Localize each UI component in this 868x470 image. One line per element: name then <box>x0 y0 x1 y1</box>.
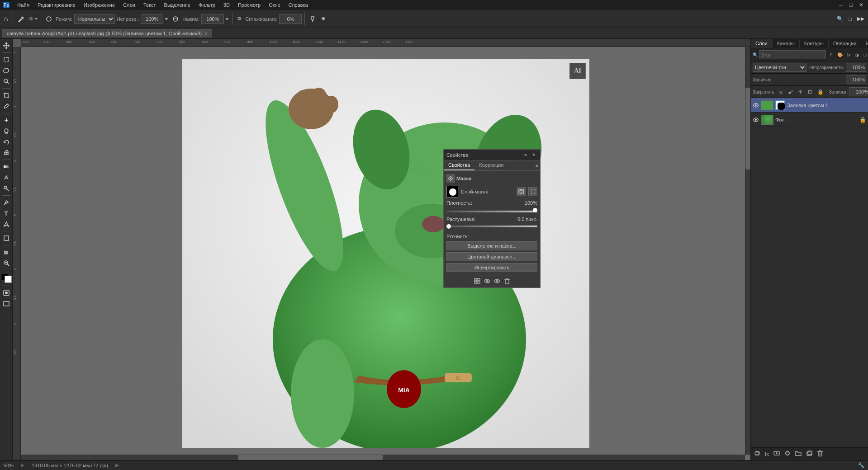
menu-help[interactable]: Справка <box>285 1 312 9</box>
layer-color-btn[interactable]: 🎨 <box>835 52 844 58</box>
symmetry-btn[interactable] <box>308 15 318 23</box>
menu-layers[interactable]: Слои <box>119 1 139 9</box>
tab-channels[interactable]: Каналы <box>773 39 800 48</box>
layer-mask-thumb[interactable] <box>775 100 785 110</box>
mode-select[interactable]: Нормальный <box>74 14 115 24</box>
smoothing-input[interactable] <box>279 14 302 24</box>
type-tool[interactable]: T <box>1 208 11 218</box>
new-layer-btn[interactable] <box>804 449 814 459</box>
history-brush-tool[interactable] <box>1 137 11 147</box>
panel-toggle-btn[interactable]: ▶▶ <box>855 15 866 23</box>
healing-tool[interactable] <box>1 115 11 125</box>
layer-item-bg[interactable]: Фон 🔒 <box>751 113 868 127</box>
lock-artboard-btn[interactable]: ⊞ <box>806 88 814 96</box>
add-mask-btn[interactable] <box>772 449 782 459</box>
brush-tool[interactable] <box>16 14 27 24</box>
props-delete-btn[interactable] <box>504 278 510 286</box>
mask-thumb-display[interactable] <box>446 186 458 197</box>
menu-filter[interactable]: Фильтр <box>195 1 219 9</box>
layers-search-input[interactable] <box>759 50 826 59</box>
opacity-input[interactable] <box>141 14 163 24</box>
brush-flow-toggle[interactable] <box>171 15 180 23</box>
brush-preset[interactable] <box>44 15 54 23</box>
dodge-tool[interactable] <box>1 183 11 193</box>
scroll-vertical[interactable] <box>745 47 750 455</box>
tab-actions[interactable]: Операции <box>829 39 861 48</box>
eyedropper-tool[interactable] <box>1 101 11 111</box>
new-layer-type-btn[interactable]: P <box>828 52 835 58</box>
quick-mask-btn[interactable] <box>1 288 11 298</box>
blend-mode-select[interactable]: Цветовой тон <box>753 63 806 72</box>
menu-text[interactable]: Текст <box>140 1 160 9</box>
add-vector-mask-btn[interactable] <box>517 187 526 196</box>
home-button[interactable]: ⌂ <box>2 14 10 24</box>
props-eye-slash-btn[interactable] <box>484 278 490 286</box>
lasso-tool[interactable] <box>1 66 11 75</box>
lock-paint-btn[interactable]: 🖌 <box>786 88 795 95</box>
props-tab-properties[interactable]: Свойства <box>444 160 474 170</box>
feather-slider[interactable] <box>446 224 537 229</box>
add-style-btn[interactable]: fx <box>763 450 771 458</box>
layer-item-fill[interactable]: Заливка цветом 1 <box>751 98 868 113</box>
eraser-tool[interactable] <box>1 148 11 158</box>
status-tools-btn[interactable]: 🔧 <box>858 462 864 468</box>
density-slider[interactable] <box>446 208 537 212</box>
hand-tool[interactable] <box>1 247 11 257</box>
link-layers-btn[interactable] <box>752 449 762 459</box>
pressure-input[interactable] <box>201 14 224 24</box>
stamp-tool[interactable] <box>1 126 11 136</box>
fg-bg-colors[interactable] <box>1 273 12 283</box>
layer-fx-btn[interactable]: fx <box>845 52 853 58</box>
menu-view[interactable]: Просмотр <box>234 1 264 9</box>
workspace-btn[interactable]: □ <box>847 15 854 23</box>
gradient-tool[interactable] <box>1 162 11 172</box>
search-btn-top[interactable]: 🔍 <box>835 15 845 23</box>
invert-btn[interactable]: Инвертировать <box>446 263 537 272</box>
path-select-tool[interactable] <box>1 219 11 229</box>
layer-mask-filter-btn[interactable]: □ <box>862 52 868 58</box>
props-grid-btn[interactable] <box>474 278 480 286</box>
pen-tool[interactable] <box>1 197 11 207</box>
mask-options-btn[interactable]: ⛶ <box>528 187 537 196</box>
lock-all-btn[interactable]: 🔒 <box>816 88 825 96</box>
props-dock-btn[interactable]: ⇥ <box>521 151 528 158</box>
selection-mask-btn[interactable]: Выделение и наска... <box>446 241 537 250</box>
lock-transparent-btn[interactable]: ⧈ <box>778 88 784 96</box>
layer-adj-btn[interactable]: ◑ <box>853 52 861 58</box>
props-tab-menu[interactable]: ≡ <box>534 160 540 170</box>
lock-position-btn[interactable]: ✛ <box>797 88 804 96</box>
scroll-horizontal[interactable] <box>21 455 745 460</box>
color-range-btn[interactable]: Цветовой диапазон... <box>446 252 537 261</box>
crop-tool[interactable] <box>1 90 11 100</box>
file-tab[interactable]: camylla-battani-AoqgGAqrLpU-unsplash.jpg… <box>2 29 212 38</box>
delete-layer-btn[interactable] <box>815 449 825 459</box>
layer-vis-bg[interactable] <box>753 117 759 123</box>
props-eye-btn[interactable] <box>494 278 500 286</box>
layer-vis-fill[interactable] <box>753 102 759 108</box>
add-adjustment-btn[interactable] <box>783 449 792 459</box>
tab-close-btn[interactable]: × <box>204 31 207 36</box>
tab-paths[interactable]: Контуры <box>800 39 829 48</box>
menu-select[interactable]: Выделение <box>161 1 194 9</box>
settings-btn[interactable]: ⚙ <box>235 15 243 23</box>
shape-tool[interactable] <box>1 233 11 243</box>
move-tool[interactable] <box>1 41 11 51</box>
zoom-tool[interactable] <box>1 258 11 268</box>
extra-btn[interactable]: ✱ <box>319 15 327 23</box>
window-minimize[interactable]: ─ <box>836 2 846 8</box>
marquee-tool[interactable] <box>1 55 11 65</box>
tab-history[interactable]: История <box>861 39 868 48</box>
fill-right-input[interactable] <box>849 87 868 96</box>
window-maximize[interactable]: □ <box>847 2 855 8</box>
blur-tool[interactable] <box>1 173 11 183</box>
menu-file[interactable]: Файл <box>14 1 33 9</box>
menu-window[interactable]: Окно <box>265 1 284 9</box>
add-group-btn[interactable] <box>793 449 803 459</box>
app-icon[interactable]: Ps <box>2 0 11 9</box>
tab-layers[interactable]: Слои <box>751 39 773 48</box>
props-tab-correction[interactable]: Коррекция <box>474 160 508 170</box>
props-close-btn[interactable]: ✕ <box>530 151 537 158</box>
fill-value-input[interactable] <box>846 75 866 84</box>
screen-mode-btn[interactable] <box>1 299 11 309</box>
window-close[interactable]: ✕ <box>856 2 866 8</box>
